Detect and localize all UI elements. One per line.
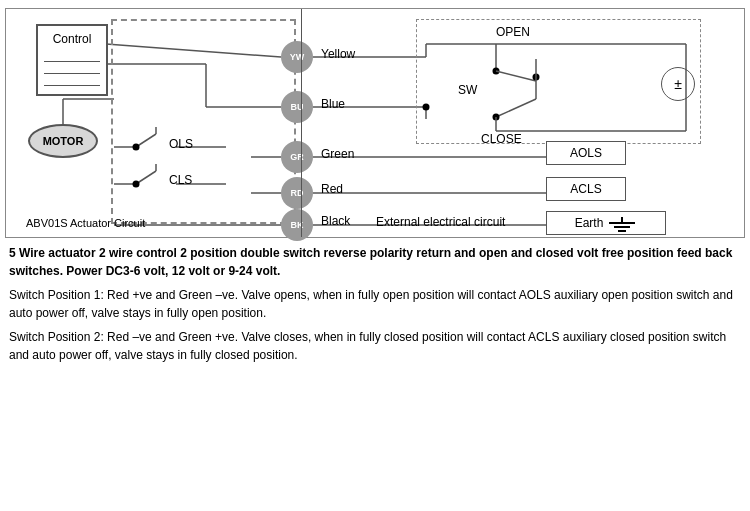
earth-text: Earth <box>575 216 604 230</box>
control-box: Control <box>36 24 108 96</box>
terminal-YW: YW <box>281 41 313 73</box>
para1: Switch Position 1: Red +ve and Green –ve… <box>9 286 741 322</box>
motor-ellipse: MOTOR <box>28 124 98 158</box>
bold-description: 5 Wire actuator 2 wire control 2 positio… <box>9 244 741 280</box>
ols-label: OLS <box>169 137 193 151</box>
close-label: CLOSE <box>481 132 522 146</box>
black-label: Black <box>321 214 350 228</box>
terminal-BU: BU <box>281 91 313 123</box>
svg-line-30 <box>496 99 536 117</box>
cls-label: CLS <box>169 173 192 187</box>
svg-point-23 <box>493 68 500 75</box>
wiring-diagram: Control MOTOR OLS CLS YW BU GR RD BK Yel… <box>5 8 745 238</box>
text-section: 5 Wire actuator 2 wire control 2 positio… <box>5 244 745 364</box>
svg-point-29 <box>423 104 430 111</box>
sw-symbol: ± <box>661 67 695 101</box>
para2: Switch Position 2: Red –ve and Green +ve… <box>9 328 741 364</box>
yellow-label: Yellow <box>321 47 355 61</box>
terminal-BK: BK <box>281 209 313 241</box>
svg-point-31 <box>493 114 500 121</box>
acls-box: ACLS <box>546 177 626 201</box>
green-label: Green <box>321 147 354 161</box>
red-label: Red <box>321 182 343 196</box>
external-top-box <box>416 19 701 144</box>
actuator-circuit-label: ABV01S Actuator Circuit <box>26 217 145 229</box>
divider-line <box>301 9 302 237</box>
aols-box: AOLS <box>546 141 626 165</box>
blue-label: Blue <box>321 97 345 111</box>
earth-symbol-svg <box>607 213 637 233</box>
svg-line-24 <box>496 71 536 81</box>
control-label: Control <box>38 32 106 46</box>
sw-label: SW <box>458 83 477 97</box>
terminal-GR: GR <box>281 141 313 173</box>
actuator-internal-box <box>111 19 296 224</box>
open-label: OPEN <box>496 25 530 39</box>
external-circuit-label: External electrical circuit <box>376 215 505 229</box>
earth-box: Earth <box>546 211 666 235</box>
terminal-RD: RD <box>281 177 313 209</box>
svg-point-25 <box>533 74 540 81</box>
